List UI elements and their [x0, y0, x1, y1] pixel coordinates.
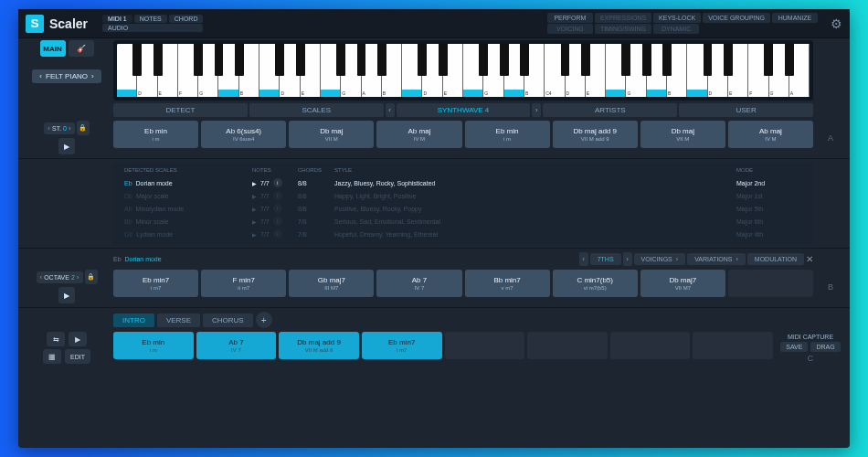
white-key[interactable]: E — [586, 44, 606, 97]
white-key[interactable]: F — [748, 44, 768, 97]
chevron-left-icon[interactable]: ‹ — [48, 124, 50, 133]
white-key[interactable]: G — [198, 44, 218, 97]
white-key[interactable]: E — [728, 44, 748, 97]
white-key[interactable]: F — [178, 44, 198, 97]
white-key[interactable]: B — [524, 44, 545, 97]
chord-slot[interactable]: F min7ii m7 — [201, 270, 286, 297]
white-key[interactable]: F — [463, 44, 483, 97]
white-key[interactable]: A — [362, 44, 382, 97]
white-key[interactable]: A — [504, 44, 524, 97]
section-chorus[interactable]: CHORUS — [203, 314, 253, 327]
tab-user[interactable]: USER — [679, 103, 813, 117]
white-key[interactable]: G — [769, 44, 789, 97]
info-icon[interactable]: i — [273, 217, 282, 226]
chord-slot[interactable] — [445, 332, 525, 359]
white-key[interactable]: D — [566, 44, 586, 97]
tab-chord[interactable]: CHORD — [169, 15, 204, 23]
play-icon[interactable]: ▶ — [252, 180, 257, 186]
scale-row[interactable]: BbMinor scale▶ 7/7 i7/8Serious, Sad, Emo… — [121, 215, 806, 228]
toggle-main[interactable]: MAIN — [40, 40, 66, 57]
white-key[interactable]: D — [280, 44, 300, 97]
info-icon[interactable]: i — [273, 204, 282, 213]
chord-slot[interactable]: Db maj add 9VII M add 9 — [279, 332, 359, 359]
lock-icon[interactable]: 🔒 — [77, 121, 90, 135]
chord-slot[interactable]: Ab majIV M — [376, 121, 461, 148]
tab-scales[interactable]: SCALES — [249, 103, 384, 117]
chord-slot[interactable]: Eb min7i m7 — [113, 270, 198, 297]
btn-modulation[interactable]: MODULATION — [747, 253, 804, 265]
nav-prev[interactable]: ‹ — [386, 103, 395, 117]
scale-row[interactable]: GbLydian mode▶ 7/7 i7/8Hopeful, Dreamy, … — [121, 228, 806, 240]
btn-perform[interactable]: PERFORM — [547, 13, 593, 23]
white-key[interactable]: C1 — [117, 44, 137, 97]
nav-next[interactable]: › — [532, 103, 541, 117]
add-section-button[interactable]: + — [256, 312, 272, 328]
scale-row[interactable]: EbDorian mode▶ 7/7 i8/8Jazzy, Bluesy, Ro… — [121, 176, 806, 189]
chord-slot-empty[interactable] — [728, 270, 813, 297]
white-key[interactable]: E — [443, 44, 463, 97]
play-icon[interactable]: ▶ — [252, 206, 257, 212]
play-icon[interactable]: ▶ — [252, 193, 257, 199]
chord-slot[interactable]: Eb mini m — [113, 332, 194, 359]
white-key[interactable]: C5 — [687, 44, 707, 97]
midi-capture-label[interactable]: MIDI CAPTURE — [788, 334, 833, 340]
white-key[interactable]: B — [667, 44, 687, 97]
var-next[interactable]: › — [623, 252, 632, 266]
chevron-left-icon[interactable]: ‹ — [40, 273, 43, 282]
section-intro[interactable]: INTRO — [113, 314, 154, 327]
close-icon[interactable]: ✕ — [806, 254, 813, 264]
white-key[interactable]: G — [341, 44, 361, 97]
btn-sub-timing[interactable]: TIMING/SWING — [595, 24, 651, 34]
play-icon[interactable]: ▶ — [252, 231, 257, 238]
btn-variations[interactable]: VARIATIONS› — [687, 253, 746, 265]
chevron-right-icon[interactable]: › — [69, 124, 71, 133]
edit-button[interactable]: EDIT — [65, 349, 90, 364]
white-key[interactable]: F — [606, 44, 626, 97]
preset-selector[interactable]: ‹ FELT PIANO › — [32, 69, 101, 83]
tab-notes[interactable]: NOTES — [134, 15, 167, 23]
white-key[interactable]: A — [789, 44, 810, 97]
btn-humanize[interactable]: HUMANIZE — [772, 13, 818, 23]
white-key[interactable]: B — [382, 44, 402, 97]
play-button-b[interactable]: ▶ — [58, 287, 75, 303]
chord-slot[interactable]: Db maj add 9VII M add 9 — [553, 121, 638, 148]
btn-sub-dynamic[interactable]: DYNAMIC — [653, 24, 699, 34]
chord-slot[interactable] — [693, 332, 773, 359]
white-key[interactable]: G — [626, 44, 646, 97]
white-key[interactable]: C3 — [402, 44, 422, 97]
chord-slot[interactable]: Db maj7VII M7 — [640, 270, 725, 297]
white-key[interactable]: G — [483, 44, 503, 97]
chord-slot[interactable]: Eb min7i m7 — [362, 332, 442, 359]
info-icon[interactable]: i — [273, 229, 282, 239]
white-key[interactable]: D — [137, 44, 157, 97]
tab-detect[interactable]: DETECT — [113, 103, 248, 117]
white-key[interactable]: A — [218, 44, 238, 97]
chord-slot[interactable] — [610, 332, 691, 359]
white-key[interactable]: A — [647, 44, 667, 97]
octave-stepper[interactable]: ‹ OCTAVE 2 › — [37, 271, 83, 283]
gear-icon[interactable]: ⚙ — [831, 16, 842, 31]
chord-slot[interactable]: Eb mini m — [113, 121, 198, 148]
btn-keyslock[interactable]: KEYS-LOCK — [653, 13, 701, 23]
var-prev[interactable]: ‹ — [579, 252, 588, 266]
tab-current-scale[interactable]: SYNTHWAVE 4 — [397, 103, 531, 117]
save-button[interactable]: SAVE — [780, 342, 808, 352]
tab-audio[interactable]: AUDIO — [102, 24, 203, 32]
drag-button[interactable]: DRAG — [810, 342, 840, 352]
chord-slot[interactable]: Bb min7v m7 — [465, 270, 550, 297]
chord-slot[interactable]: C min7(b5)vi m7(b5) — [553, 270, 638, 297]
btn-voicings[interactable]: VOICINGS› — [634, 253, 686, 265]
white-key[interactable]: C4 — [545, 44, 565, 97]
chord-slot[interactable]: Eb mini m — [465, 121, 550, 148]
tab-artists[interactable]: ARTISTS — [543, 103, 677, 117]
play-icon[interactable]: ▶ — [252, 218, 257, 225]
lock-icon[interactable]: 🔒 — [85, 270, 98, 284]
white-key[interactable]: E — [301, 44, 321, 97]
btn-sub-voicing[interactable]: VOICING — [547, 24, 593, 34]
white-key[interactable]: C2 — [259, 44, 280, 97]
info-icon[interactable]: i — [273, 178, 282, 187]
loop-icon[interactable]: ⇆ — [47, 332, 65, 346]
toggle-guitar[interactable]: 🎸 — [69, 40, 94, 57]
scale-row[interactable]: DbMajor scale▶ 7/7 i8/8Happy, Light, Bri… — [121, 189, 806, 202]
chord-slot[interactable]: Gb maj7III M7 — [289, 270, 374, 297]
